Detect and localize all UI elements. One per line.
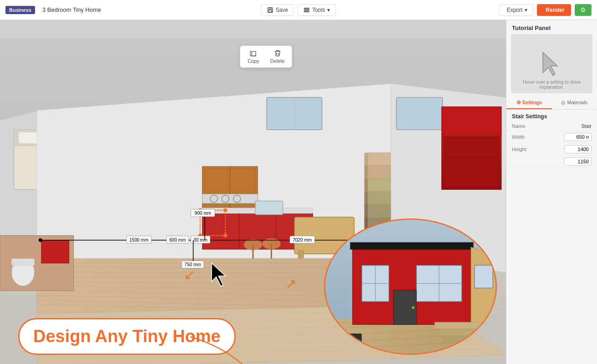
render-label: Render — [546, 7, 564, 13]
topbar-center-actions: Save Tools ▾ — [261, 4, 336, 16]
tab-materials[interactable]: ◎ Materials — [552, 97, 597, 109]
panel-hover-hint: Hover over a setting to show explanation… — [513, 78, 591, 91]
copy-icon — [250, 50, 257, 57]
copy-button[interactable]: Copy — [248, 50, 259, 64]
panel-cursor-icon — [538, 50, 566, 77]
svg-rect-130 — [350, 243, 473, 249]
business-badge: Business — [5, 6, 35, 14]
delete-label: Delete — [270, 58, 285, 64]
panel-value-name: Stair — [581, 123, 592, 129]
svg-rect-90 — [41, 240, 69, 263]
canvas-area[interactable]: Copy Delete — [0, 20, 506, 364]
svg-rect-3 — [304, 8, 309, 9]
copy-label: Copy — [248, 58, 259, 64]
svg-text:↗: ↗ — [285, 276, 297, 291]
panel-label-name: Name — [512, 123, 581, 129]
panel-row-extra — [506, 156, 597, 168]
save-icon — [267, 7, 273, 13]
export-label: Export — [507, 7, 523, 13]
panel-input-width[interactable] — [564, 133, 592, 141]
share-label: G — [581, 7, 585, 13]
tab-settings[interactable]: ⚙ Settings — [506, 97, 552, 109]
svg-rect-40 — [255, 201, 283, 215]
svg-point-95 — [223, 234, 227, 238]
svg-rect-60 — [364, 204, 368, 217]
tools-button[interactable]: Tools ▾ — [298, 4, 336, 16]
share-button[interactable]: G — [575, 4, 592, 16]
svg-rect-140 — [475, 265, 493, 288]
svg-rect-57 — [364, 166, 368, 178]
svg-rect-1 — [269, 7, 271, 9]
tab-materials-icon: ◎ — [561, 100, 566, 105]
callout-label: Design Any Tiny Home — [33, 327, 221, 346]
copy-delete-popup: Copy Delete — [240, 46, 292, 68]
svg-text:30 mm: 30 mm — [193, 238, 207, 243]
panel-row-height: Height — [506, 143, 597, 156]
export-chevron: ▾ — [525, 7, 527, 13]
panel-title: Tutorial Panel — [506, 20, 597, 34]
svg-text:900 mm: 900 mm — [195, 211, 211, 216]
svg-marker-148 — [543, 52, 557, 76]
inset-exterior — [324, 218, 497, 355]
render-button[interactable]: Render — [537, 4, 571, 16]
svg-text:1500 mm: 1500 mm — [129, 238, 148, 243]
svg-rect-66 — [444, 136, 499, 187]
panel-input-height[interactable] — [564, 145, 592, 153]
topbar: Business 3 Bedroom Tiny Home Save Tools … — [0, 0, 597, 20]
panel-input-extra[interactable] — [564, 157, 592, 166]
svg-rect-89 — [11, 258, 35, 265]
svg-rect-63 — [396, 97, 442, 130]
export-button[interactable]: Export ▾ — [499, 4, 534, 16]
project-title: 3 Bedroom Tiny Home — [42, 6, 101, 13]
tools-label: Tools — [312, 7, 325, 13]
svg-point-93 — [223, 208, 227, 212]
tab-settings-label: Settings — [522, 100, 542, 105]
callout-text: Design Any Tiny Home — [18, 318, 236, 355]
svg-rect-2 — [268, 10, 272, 12]
panel-preview: Hover over a setting to show explanation… — [511, 34, 592, 93]
svg-rect-59 — [364, 192, 368, 204]
delete-icon — [274, 50, 281, 57]
panel-label-width: Width — [512, 134, 564, 140]
delete-button[interactable]: Delete — [270, 50, 285, 64]
svg-rect-32 — [202, 194, 258, 203]
panel-row-width: Width — [506, 131, 597, 143]
tab-materials-label: Materials — [567, 100, 587, 105]
svg-rect-58 — [364, 178, 368, 191]
svg-point-97 — [39, 238, 42, 242]
svg-rect-65 — [441, 107, 501, 135]
panel-tabs: ⚙ Settings ◎ Materials — [506, 97, 597, 110]
svg-rect-56 — [364, 153, 368, 166]
save-button[interactable]: Save — [261, 4, 294, 16]
svg-text:7020 mm: 7020 mm — [293, 238, 312, 243]
save-label: Save — [276, 7, 288, 13]
bottom-callout: Design Any Tiny Home — [18, 318, 236, 355]
inset-svg — [325, 220, 497, 355]
right-panel: Tutorial Panel Hover over a setting to s… — [506, 20, 597, 364]
tab-settings-icon: ⚙ — [516, 100, 521, 105]
main-area: Copy Delete — [0, 20, 597, 364]
svg-rect-4 — [304, 10, 309, 10]
svg-rect-5 — [304, 11, 309, 12]
svg-text:600 mm: 600 mm — [169, 238, 186, 243]
panel-row-name: Name Stair — [506, 121, 597, 131]
tools-icon — [304, 7, 310, 13]
tools-chevron: ▾ — [327, 7, 330, 13]
svg-text:↙: ↙ — [184, 267, 195, 282]
panel-label-height: Height — [512, 147, 564, 152]
svg-point-138 — [412, 306, 415, 309]
topbar-right: Export ▾ Render G — [499, 4, 592, 16]
panel-section-title: Stair Settings — [506, 110, 597, 121]
